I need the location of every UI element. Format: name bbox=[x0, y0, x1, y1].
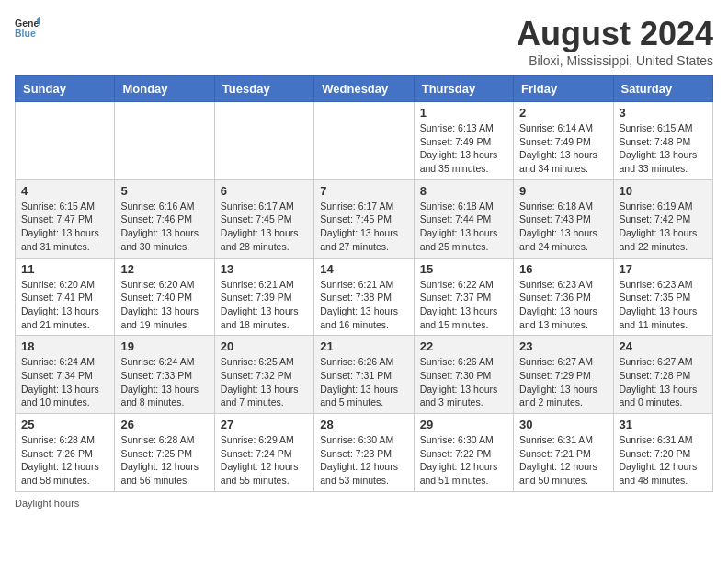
calendar-day-cell: 5Sunrise: 6:16 AM Sunset: 7:46 PM Daylig… bbox=[115, 179, 214, 258]
footer: Daylight hours bbox=[15, 498, 713, 509]
day-info: Sunrise: 6:27 AM Sunset: 7:29 PM Dayligh… bbox=[519, 355, 607, 409]
calendar-day-cell: 27Sunrise: 6:29 AM Sunset: 7:24 PM Dayli… bbox=[214, 414, 313, 492]
day-number: 13 bbox=[221, 262, 308, 276]
day-info: Sunrise: 6:17 AM Sunset: 7:45 PM Dayligh… bbox=[320, 200, 407, 254]
day-info: Sunrise: 6:17 AM Sunset: 7:45 PM Dayligh… bbox=[221, 200, 308, 254]
weekday-header-cell: Tuesday bbox=[214, 76, 313, 102]
day-info: Sunrise: 6:19 AM Sunset: 7:42 PM Dayligh… bbox=[620, 200, 707, 254]
calendar-day-cell: 30Sunrise: 6:31 AM Sunset: 7:21 PM Dayli… bbox=[514, 414, 613, 492]
calendar-day-cell: 8Sunrise: 6:18 AM Sunset: 7:44 PM Daylig… bbox=[414, 179, 513, 258]
calendar-day-cell: 14Sunrise: 6:21 AM Sunset: 7:38 PM Dayli… bbox=[314, 258, 414, 336]
day-number: 20 bbox=[221, 339, 308, 353]
calendar-day-cell: 9Sunrise: 6:18 AM Sunset: 7:43 PM Daylig… bbox=[514, 179, 613, 258]
day-number: 12 bbox=[120, 262, 208, 276]
day-number: 25 bbox=[21, 418, 108, 431]
calendar-day-cell bbox=[115, 102, 214, 180]
day-number: 10 bbox=[620, 184, 707, 198]
day-number: 26 bbox=[120, 418, 208, 431]
calendar-day-cell: 10Sunrise: 6:19 AM Sunset: 7:42 PM Dayli… bbox=[613, 179, 712, 258]
day-number: 2 bbox=[519, 106, 607, 120]
day-info: Sunrise: 6:13 AM Sunset: 7:49 PM Dayligh… bbox=[420, 121, 507, 176]
day-info: Sunrise: 6:18 AM Sunset: 7:44 PM Dayligh… bbox=[420, 200, 507, 254]
day-info: Sunrise: 6:16 AM Sunset: 7:46 PM Dayligh… bbox=[120, 200, 208, 254]
calendar-day-cell: 1Sunrise: 6:13 AM Sunset: 7:49 PM Daylig… bbox=[414, 102, 513, 180]
title-area: August 2024 Biloxi, Mississippi, United … bbox=[517, 15, 713, 68]
day-info: Sunrise: 6:29 AM Sunset: 7:24 PM Dayligh… bbox=[221, 433, 308, 488]
calendar-day-cell: 17Sunrise: 6:23 AM Sunset: 7:35 PM Dayli… bbox=[613, 258, 712, 336]
day-info: Sunrise: 6:15 AM Sunset: 7:47 PM Dayligh… bbox=[21, 200, 108, 254]
calendar-day-cell bbox=[214, 102, 313, 180]
day-info: Sunrise: 6:27 AM Sunset: 7:28 PM Dayligh… bbox=[620, 355, 707, 409]
calendar-week-row: 18Sunrise: 6:24 AM Sunset: 7:34 PM Dayli… bbox=[16, 336, 713, 414]
day-info: Sunrise: 6:23 AM Sunset: 7:35 PM Dayligh… bbox=[620, 278, 707, 332]
logo-icon: General Blue bbox=[15, 15, 40, 40]
day-number: 22 bbox=[420, 339, 507, 353]
calendar-day-cell: 21Sunrise: 6:26 AM Sunset: 7:31 PM Dayli… bbox=[314, 336, 414, 414]
calendar-day-cell: 26Sunrise: 6:28 AM Sunset: 7:25 PM Dayli… bbox=[115, 414, 214, 492]
page-header: General Blue August 2024 Biloxi, Mississ… bbox=[15, 15, 713, 68]
day-number: 28 bbox=[320, 418, 407, 431]
day-info: Sunrise: 6:28 AM Sunset: 7:26 PM Dayligh… bbox=[21, 433, 108, 488]
day-number: 9 bbox=[519, 184, 607, 198]
day-number: 19 bbox=[120, 339, 208, 353]
weekday-header-cell: Thursday bbox=[414, 76, 513, 102]
calendar-table: SundayMondayTuesdayWednesdayThursdayFrid… bbox=[15, 75, 713, 492]
day-info: Sunrise: 6:26 AM Sunset: 7:30 PM Dayligh… bbox=[420, 355, 507, 409]
day-info: Sunrise: 6:21 AM Sunset: 7:39 PM Dayligh… bbox=[221, 278, 308, 332]
day-number: 7 bbox=[320, 184, 407, 198]
weekday-header-cell: Sunday bbox=[16, 76, 115, 102]
day-number: 21 bbox=[320, 339, 407, 353]
day-number: 27 bbox=[221, 418, 308, 431]
calendar-day-cell: 18Sunrise: 6:24 AM Sunset: 7:34 PM Dayli… bbox=[16, 336, 115, 414]
day-number: 23 bbox=[519, 339, 607, 353]
day-number: 5 bbox=[120, 184, 208, 198]
daylight-label: Daylight hours bbox=[15, 498, 79, 509]
day-number: 16 bbox=[519, 262, 607, 276]
calendar-day-cell: 13Sunrise: 6:21 AM Sunset: 7:39 PM Dayli… bbox=[214, 258, 313, 336]
day-number: 17 bbox=[620, 262, 707, 276]
day-info: Sunrise: 6:21 AM Sunset: 7:38 PM Dayligh… bbox=[320, 278, 407, 332]
calendar-day-cell: 19Sunrise: 6:24 AM Sunset: 7:33 PM Dayli… bbox=[115, 336, 214, 414]
calendar-week-row: 25Sunrise: 6:28 AM Sunset: 7:26 PM Dayli… bbox=[16, 414, 713, 492]
day-info: Sunrise: 6:14 AM Sunset: 7:49 PM Dayligh… bbox=[519, 121, 607, 176]
calendar-day-cell: 23Sunrise: 6:27 AM Sunset: 7:29 PM Dayli… bbox=[514, 336, 613, 414]
calendar-day-cell: 16Sunrise: 6:23 AM Sunset: 7:36 PM Dayli… bbox=[514, 258, 613, 336]
day-number: 18 bbox=[21, 339, 108, 353]
calendar-day-cell: 11Sunrise: 6:20 AM Sunset: 7:41 PM Dayli… bbox=[16, 258, 115, 336]
day-number: 11 bbox=[21, 262, 108, 276]
day-number: 4 bbox=[21, 184, 108, 198]
day-number: 29 bbox=[420, 418, 507, 431]
svg-text:Blue: Blue bbox=[15, 28, 36, 39]
day-number: 30 bbox=[519, 418, 607, 431]
day-info: Sunrise: 6:20 AM Sunset: 7:41 PM Dayligh… bbox=[21, 278, 108, 332]
day-number: 15 bbox=[420, 262, 507, 276]
calendar-day-cell: 4Sunrise: 6:15 AM Sunset: 7:47 PM Daylig… bbox=[16, 179, 115, 258]
weekday-header-cell: Saturday bbox=[613, 76, 712, 102]
day-number: 8 bbox=[420, 184, 507, 198]
day-info: Sunrise: 6:31 AM Sunset: 7:20 PM Dayligh… bbox=[620, 433, 707, 488]
calendar-week-row: 1Sunrise: 6:13 AM Sunset: 7:49 PM Daylig… bbox=[16, 102, 713, 180]
day-info: Sunrise: 6:22 AM Sunset: 7:37 PM Dayligh… bbox=[420, 278, 507, 332]
calendar-body: 1Sunrise: 6:13 AM Sunset: 7:49 PM Daylig… bbox=[16, 102, 713, 492]
day-info: Sunrise: 6:30 AM Sunset: 7:23 PM Dayligh… bbox=[320, 433, 407, 488]
day-number: 14 bbox=[320, 262, 407, 276]
calendar-day-cell: 12Sunrise: 6:20 AM Sunset: 7:40 PM Dayli… bbox=[115, 258, 214, 336]
calendar-day-cell bbox=[314, 102, 414, 180]
calendar-week-row: 4Sunrise: 6:15 AM Sunset: 7:47 PM Daylig… bbox=[16, 179, 713, 258]
day-info: Sunrise: 6:18 AM Sunset: 7:43 PM Dayligh… bbox=[519, 200, 607, 254]
calendar-day-cell: 6Sunrise: 6:17 AM Sunset: 7:45 PM Daylig… bbox=[214, 179, 313, 258]
weekday-header-cell: Monday bbox=[115, 76, 214, 102]
day-info: Sunrise: 6:23 AM Sunset: 7:36 PM Dayligh… bbox=[519, 278, 607, 332]
calendar-day-cell: 22Sunrise: 6:26 AM Sunset: 7:30 PM Dayli… bbox=[414, 336, 513, 414]
location-subtitle: Biloxi, Mississippi, United States bbox=[517, 53, 713, 68]
calendar-day-cell bbox=[16, 102, 115, 180]
calendar-day-cell: 3Sunrise: 6:15 AM Sunset: 7:48 PM Daylig… bbox=[613, 102, 712, 180]
day-info: Sunrise: 6:30 AM Sunset: 7:22 PM Dayligh… bbox=[420, 433, 507, 488]
day-info: Sunrise: 6:24 AM Sunset: 7:34 PM Dayligh… bbox=[21, 355, 108, 409]
day-info: Sunrise: 6:26 AM Sunset: 7:31 PM Dayligh… bbox=[320, 355, 407, 409]
day-info: Sunrise: 6:28 AM Sunset: 7:25 PM Dayligh… bbox=[120, 433, 208, 488]
day-info: Sunrise: 6:31 AM Sunset: 7:21 PM Dayligh… bbox=[519, 433, 607, 488]
logo: General Blue bbox=[15, 15, 40, 40]
calendar-day-cell: 25Sunrise: 6:28 AM Sunset: 7:26 PM Dayli… bbox=[16, 414, 115, 492]
calendar-week-row: 11Sunrise: 6:20 AM Sunset: 7:41 PM Dayli… bbox=[16, 258, 713, 336]
